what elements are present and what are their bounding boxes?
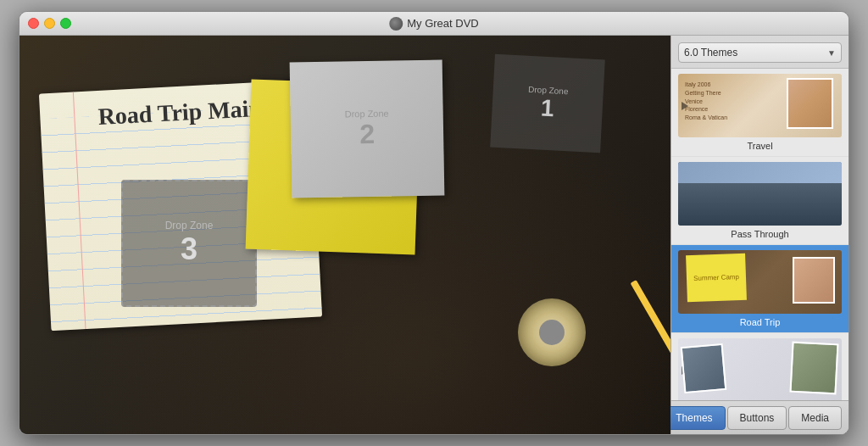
drop-zone-3-label: Drop Zone xyxy=(165,220,214,231)
theme-item-travel[interactable]: Italy 2006Getting ThereVeniceFlorenceRom… xyxy=(671,69,849,157)
roadtrip-photo xyxy=(793,257,835,304)
maximize-button[interactable] xyxy=(60,18,71,29)
drop-zone-2-card: Drop Zone 2 xyxy=(290,59,445,198)
theme-name-roadtrip: Road Trip xyxy=(678,317,842,327)
tab-media[interactable]: Media xyxy=(788,406,842,430)
minimize-button[interactable] xyxy=(44,18,55,29)
app-window: My Great DVD Road Trip Main xyxy=(19,11,849,435)
traffic-lights xyxy=(28,18,71,29)
theme-thumbnail-travel: Italy 2006Getting ThereVeniceFlorenceRom… xyxy=(678,74,842,137)
drop-zone-3: Drop Zone 3 xyxy=(121,180,257,307)
theme-item-passthrough[interactable]: Pass Through xyxy=(671,157,849,245)
drop-zone-1-number: 1 xyxy=(540,94,554,122)
close-button[interactable] xyxy=(28,18,39,29)
right-panel: 6.0 Themes ▼ Italy 2006Getting ThereVeni… xyxy=(670,36,849,434)
themes-dropdown-label: 6.0 Themes xyxy=(684,47,737,59)
pencil xyxy=(631,280,670,371)
dvd-icon xyxy=(389,17,403,31)
theme-item-reflectionwhite[interactable]: Reflection White xyxy=(671,333,849,400)
tab-buttons[interactable]: Buttons xyxy=(727,406,787,430)
main-content: Road Trip Main Drop Zone 3 Drop Zone 2 xyxy=(19,36,849,434)
bottom-tabs: Themes Buttons Media xyxy=(671,400,849,434)
theme-thumbnail-passthrough xyxy=(678,162,842,226)
drop-zone-2-number: 2 xyxy=(359,118,375,149)
scene-content: Road Trip Main Drop Zone 3 Drop Zone 2 xyxy=(19,36,670,434)
tab-themes[interactable]: Themes xyxy=(663,406,725,430)
themes-list[interactable]: Italy 2006Getting ThereVeniceFlorenceRom… xyxy=(671,69,849,400)
theme-thumbnail-roadtrip: Summer Camp xyxy=(678,250,842,314)
video-area: Road Trip Main Drop Zone 3 Drop Zone 2 xyxy=(19,36,670,434)
window-title-area: My Great DVD xyxy=(389,17,479,31)
themes-dropdown[interactable]: 6.0 Themes ▼ xyxy=(678,42,842,63)
drop-zone-1-card: Drop Zone 1 xyxy=(490,54,605,153)
dropdown-arrow-icon: ▼ xyxy=(827,48,836,58)
travel-photo xyxy=(787,78,833,129)
themes-header: 6.0 Themes ▼ xyxy=(671,36,849,69)
title-bar: My Great DVD xyxy=(19,12,849,36)
tape-roll xyxy=(518,298,586,366)
video-canvas: Road Trip Main Drop Zone 3 Drop Zone 2 xyxy=(19,36,670,434)
theme-item-roadtrip[interactable]: Summer Camp Road Trip xyxy=(671,245,849,333)
window-title: My Great DVD xyxy=(407,17,479,30)
theme-thumbnail-reflectionwhite xyxy=(678,338,842,400)
drop-zone-2-label: Drop Zone xyxy=(345,108,389,119)
drop-zone-3-number: 3 xyxy=(181,231,198,267)
tape-inner xyxy=(539,320,565,345)
theme-name-passthrough: Pass Through xyxy=(678,229,842,239)
theme-name-travel: Travel xyxy=(678,141,842,151)
